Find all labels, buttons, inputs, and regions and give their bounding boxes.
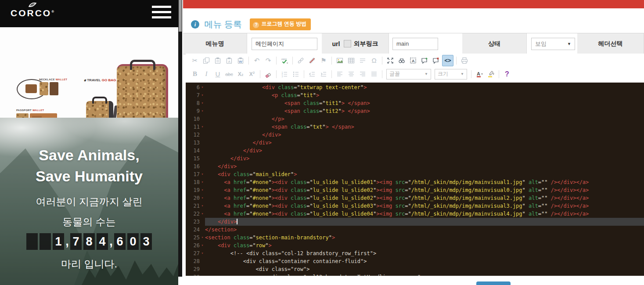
superscript-icon[interactable]: X2 <box>247 69 257 79</box>
table-icon[interactable] <box>346 55 356 66</box>
underline-icon[interactable]: U <box>212 69 223 79</box>
italic-icon[interactable]: I <box>201 69 212 79</box>
code-line-content[interactable]: <section class="section-main-brandstory"… <box>205 234 644 242</box>
image-icon[interactable] <box>335 55 345 66</box>
code-line-content[interactable]: <div class="main_slider"> <box>205 170 644 178</box>
source-button[interactable]: <> <box>442 55 453 66</box>
fold-arrow-icon[interactable]: ▾ <box>200 170 205 178</box>
program-link-help-button[interactable]: ?프로그램 연동 방법 <box>250 18 311 30</box>
menu-name-input[interactable] <box>252 38 317 50</box>
undo-icon[interactable]: ↶ <box>252 55 262 66</box>
outdent-icon[interactable] <box>307 69 317 79</box>
code-line-content[interactable]: <span class="tit1"> </span> <box>205 99 644 107</box>
special-char-icon[interactable]: Ω <box>369 55 379 66</box>
code-line-content[interactable]: </div> <box>205 139 644 147</box>
fold-arrow-icon[interactable]: ▾ <box>200 202 205 210</box>
maximize-icon[interactable] <box>385 55 396 66</box>
size-select[interactable]: 크기▼ <box>435 69 467 79</box>
spell-check-icon[interactable]: ABC <box>279 55 290 66</box>
copy-icon[interactable] <box>201 55 212 66</box>
highlight-color-icon[interactable] <box>486 69 496 79</box>
remove-format-icon[interactable] <box>263 69 273 79</box>
code-line-content[interactable]: </div> <box>205 162 644 170</box>
align-left-icon[interactable] <box>335 69 345 79</box>
font-select[interactable]: 글꼴▼ <box>386 69 431 79</box>
code-line-content[interactable]: </div> <box>205 131 644 139</box>
code-line-content[interactable]: </div> <box>205 218 644 226</box>
status-select[interactable]: 보임 ▼ <box>531 38 575 50</box>
code-line-content[interactable]: <a href="#none"><div class="lu_slide lu_… <box>205 178 644 186</box>
fold-arrow-icon[interactable]: ▾ <box>200 210 205 218</box>
code-line-content[interactable]: <div class="col12 brandstoryTxtHeadline-… <box>205 273 644 276</box>
code-line-content[interactable]: <!-- <div class="col-12 brandstory_row_f… <box>205 249 644 257</box>
code-line-27: 27▾ <!-- <div class="col-12 brandstory_r… <box>186 249 644 257</box>
counter-digit <box>26 233 38 250</box>
fold-arrow-icon[interactable]: ▾ <box>200 178 205 186</box>
code-line-content[interactable]: <p class="tit"> <box>205 91 644 99</box>
link-icon[interactable] <box>295 55 306 66</box>
source-code-editor[interactable]: 6▾ <div class="txtwrap text-center">7▾ <… <box>186 83 644 276</box>
comment-add-icon[interactable] <box>419 55 430 66</box>
bulleted-list-icon[interactable] <box>291 69 301 79</box>
code-line-content[interactable]: </section> <box>205 226 644 234</box>
code-line-content[interactable]: <span class="tit2"> </span> <box>205 107 644 115</box>
line-number: 26 <box>186 242 200 249</box>
fold-arrow-icon[interactable]: ▾ <box>200 83 205 91</box>
code-line-content[interactable]: <div class="row"> <box>205 265 644 273</box>
help-icon[interactable]: ? <box>502 69 512 79</box>
indent-icon[interactable] <box>318 69 329 79</box>
fold-arrow-icon[interactable]: ▾ <box>200 91 205 99</box>
unlink-icon[interactable] <box>307 55 317 66</box>
hamburger-menu-icon[interactable] <box>152 6 171 22</box>
corco-logo[interactable]: CORCO® <box>11 2 54 18</box>
preview-scrollbar-thumb[interactable] <box>179 0 182 32</box>
select-all-icon[interactable]: A <box>408 55 418 66</box>
line-number: 13 <box>186 139 200 147</box>
external-link-checkbox[interactable] <box>344 40 351 47</box>
code-line-content[interactable]: <a href="#none"><div class="lu_slide lu_… <box>205 202 644 210</box>
fold-arrow-icon[interactable]: ▾ <box>200 99 205 107</box>
paste-icon[interactable] <box>212 55 223 66</box>
align-center-icon[interactable] <box>346 69 356 79</box>
screen: CORCO® NECKLACE WALLET PASSPORT WALLET ⸙… <box>0 0 644 285</box>
anchor-flag-icon[interactable]: ⚑ <box>318 55 329 66</box>
code-line-content[interactable]: <div class="row"> <box>205 242 644 249</box>
cut-icon[interactable]: ✂ <box>190 55 200 66</box>
code-line-content[interactable]: <div class="container container-fluid"> <box>205 257 644 265</box>
subscript-icon[interactable]: X2 <box>235 69 246 79</box>
code-line-content[interactable]: <a href="#none"><div class="lu_slide lu_… <box>205 194 644 202</box>
code-line-content[interactable]: </p> <box>205 115 644 123</box>
print-icon[interactable] <box>459 55 470 66</box>
numbered-list-icon[interactable]: 123 <box>279 69 290 79</box>
fold-arrow-icon[interactable]: ▾ <box>200 186 205 194</box>
preview-scrollbar[interactable] <box>178 0 182 277</box>
code-line-content[interactable]: <a href="#none"><div class="lu_slide lu_… <box>205 186 644 194</box>
fold-arrow-icon[interactable]: ▾ <box>200 242 205 249</box>
menu-name-cell <box>247 33 322 54</box>
align-right-icon[interactable] <box>357 69 368 79</box>
comment-remove-icon[interactable] <box>431 55 441 66</box>
fold-arrow-icon[interactable]: ▾ <box>200 249 205 257</box>
fold-arrow-icon[interactable]: ▾ <box>200 107 205 115</box>
product-carousel[interactable]: NECKLACE WALLET PASSPORT WALLET ⸙ TRAVEL… <box>0 27 178 118</box>
redo-icon[interactable]: ↷ <box>263 55 273 66</box>
code-line-content[interactable]: </div> <box>205 155 644 162</box>
paste-text-icon[interactable]: A <box>224 55 234 66</box>
text-color-icon[interactable]: A <box>474 69 485 79</box>
url-input[interactable] <box>392 38 438 50</box>
bold-icon[interactable]: B <box>190 69 200 79</box>
fold-arrow-icon[interactable]: ▾ <box>200 123 205 131</box>
strikethrough-icon[interactable]: abc <box>224 69 234 79</box>
code-line-content[interactable]: <span class="txt"> </span> <box>205 123 644 131</box>
paste-word-icon[interactable]: W <box>235 55 246 66</box>
find-icon[interactable] <box>396 55 407 66</box>
line-number: 11 <box>186 123 200 131</box>
fold-arrow-icon[interactable]: ▾ <box>200 194 205 202</box>
save-button[interactable]: 저장하기 <box>476 281 511 285</box>
code-line-content[interactable]: </div> <box>205 147 644 155</box>
align-justify-icon[interactable] <box>369 69 379 79</box>
fold-arrow-icon[interactable]: ▾ <box>200 234 205 242</box>
horizontal-line-icon[interactable] <box>357 55 368 66</box>
code-line-content[interactable]: <div class="txtwrap text-center"> <box>205 83 644 91</box>
code-line-content[interactable]: <a href="#none"><div class="lu_slide lu_… <box>205 210 644 218</box>
